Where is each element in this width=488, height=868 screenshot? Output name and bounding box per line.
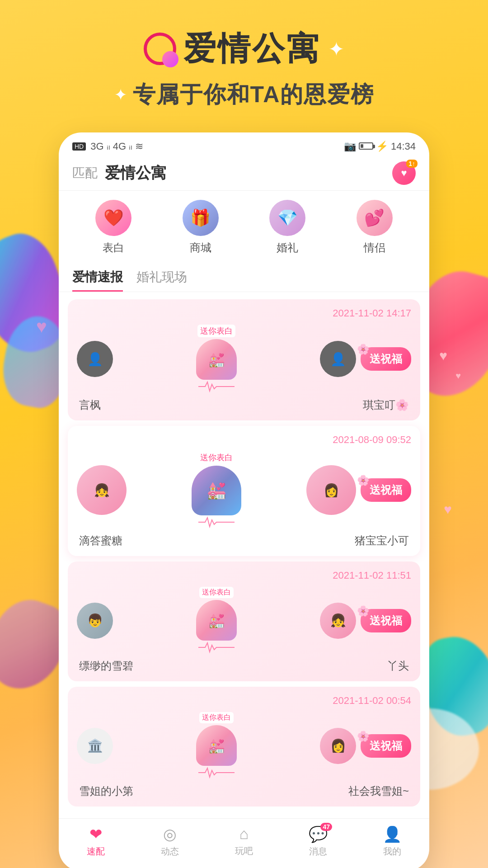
qinglv-label: 情侣 <box>364 241 385 255</box>
feed-card-3-content: 👦 送你表白 💒 👧 🌸 送祝福 <box>77 587 411 654</box>
feed-name-4-user1: 雪姐的小第 <box>79 784 133 798</box>
feed-card-4-content: 🏛️ 送你表白 💒 👩 🌸 送祝福 <box>77 712 411 779</box>
wedding-deco-2: 💒 <box>192 466 241 515</box>
nav-label-supi: 速配 <box>87 845 105 858</box>
feed-card-2-content: 👧 送你表白 💒 👩 🌸 送祝福 <box>77 451 411 529</box>
wedding-deco-1: 💒 <box>196 339 237 380</box>
sparkle-left: ✦ <box>114 85 127 104</box>
hunli-label: 婚礼 <box>277 241 298 255</box>
feed-avatar-4-user1: 🏛️ <box>77 728 113 764</box>
feed-card-3: 2021-11-02 11:51 👦 送你表白 💒 👧 🌸 送祝福 <box>68 561 420 681</box>
nav-icon-wode: 👤 <box>383 825 402 843</box>
feed-avatar-1-user1: 👤 <box>77 341 113 377</box>
send-blessing-btn-4[interactable]: 🌸 送祝福 <box>361 734 411 758</box>
deco-heart-2: ♥ <box>455 371 461 381</box>
biaobai-icon: ❤️ <box>95 200 131 236</box>
send-blessing-btn-2[interactable]: 🌸 送祝福 <box>361 478 411 502</box>
feed-center-3: 送你表白 💒 <box>117 587 315 654</box>
feed-center-2: 送你表白 💒 <box>131 451 302 529</box>
nav-label-wanba: 玩吧 <box>235 845 253 857</box>
nav-item-xiaoxi[interactable]: 💬 47 消息 <box>281 825 355 858</box>
feed-card-1-content: 👤 送你表白 💒 👤 🌸 送祝福 <box>77 325 411 393</box>
phone-mockup: HD 3G ᵢₗ 4G ᵢₗ ≋ 📷 ⚡ 14:34 匹配 爱情公寓 ♥ 1↑ … <box>59 132 429 868</box>
tab-wedding-scene[interactable]: 婚礼现场 <box>136 269 187 292</box>
feed-center-4: 送你表白 💒 <box>117 712 315 779</box>
feed-avatar-2-user1: 👧 <box>77 465 127 515</box>
app-title-row: 爱情公寓 ✦ <box>27 27 461 71</box>
qinglv-icon: 💕 <box>357 200 393 236</box>
bottom-nav: ❤ 速配 ◎ 动态 ⌂ 玩吧 💬 47 消息 👤 我的 <box>59 818 429 862</box>
nav-item-dongtai[interactable]: ◎ 动态 <box>133 825 207 858</box>
status-bar: HD 3G ᵢₗ 4G ᵢₗ ≋ 📷 ⚡ 14:34 <box>59 132 429 157</box>
feed-deco-label-3: 送你表白 <box>199 587 234 598</box>
send-blessing-btn-3[interactable]: 🌸 送祝福 <box>361 609 411 632</box>
feed-avatar-3-user1: 👦 <box>77 603 113 639</box>
feed-card-4-names: 雪姐的小第 社会我雪姐~ <box>77 784 411 798</box>
quick-action-hunli[interactable]: 💎 婚礼 <box>246 200 329 255</box>
nav-icon-dongtai: ◎ <box>163 825 177 843</box>
app-subtitle: 专属于你和TA的恩爱榜 <box>133 80 375 110</box>
pulse-line-3 <box>198 641 235 654</box>
heart-icon: ♥ <box>401 167 407 179</box>
feed-card-2-time: 2021-08-09 09:52 <box>77 434 411 446</box>
top-header: 爱情公寓 ✦ ✦ 专属于你和TA的恩爱榜 <box>0 0 488 119</box>
hunli-icon: 💎 <box>269 200 305 236</box>
feed-card-1-names: 言枫 琪宝叮🌸 <box>77 398 411 412</box>
feed-avatar-2-user2: 👩 <box>306 465 356 515</box>
feed-card-1: 2021-11-02 14:17 👤 送你表白 💒 👤 🌸 送祝福 <box>68 299 420 420</box>
feed-deco-label: 送你表白 <box>197 325 235 337</box>
nav-item-wanba[interactable]: ⌂ 玩吧 <box>207 825 281 858</box>
nav-icon-xiaoxi: 💬 47 <box>309 825 328 843</box>
btn-flower-3: 🌸 <box>357 605 369 617</box>
sparkle-top: ✦ <box>328 38 345 61</box>
quick-action-biaobai[interactable]: ❤️ 表白 <box>72 200 155 255</box>
feed-deco-label-2: 送你表白 <box>197 451 236 464</box>
nav-heart-icon[interactable]: ♥ 1↑ <box>392 161 416 185</box>
pulse-line-1 <box>198 380 235 393</box>
screenshot-icon: 📷 <box>344 141 356 152</box>
btn-flower-1: 🌸 <box>357 344 369 355</box>
section-tabs: 爱情速报 婚礼现场 <box>59 264 429 292</box>
wedding-deco-4: 💒 <box>196 725 237 766</box>
feed-card-1-time: 2021-11-02 14:17 <box>77 307 411 319</box>
feed-name-2-user1: 滴答蜜糖 <box>79 533 122 548</box>
feed-name-1-user2: 琪宝叮🌸 <box>363 398 409 412</box>
shangcheng-icon: 🎁 <box>183 200 219 236</box>
feed-card-3-names: 缥缈的雪碧 丫头 <box>77 659 411 673</box>
status-bar-right: 📷 ⚡ 14:34 <box>344 141 416 152</box>
hd-badge: HD <box>72 142 86 151</box>
nav-badge: 1↑ <box>406 160 418 168</box>
feed-deco-label-4: 送你表白 <box>199 712 234 723</box>
quick-action-shangcheng[interactable]: 🎁 商城 <box>160 200 242 255</box>
btn-flower-2: 🌸 <box>357 475 369 486</box>
deco-heart-1: ♥ <box>439 348 447 363</box>
send-blessing-btn-1[interactable]: 🌸 送祝福 <box>361 347 411 371</box>
pulse-line-4 <box>198 766 235 779</box>
feed-name-3-user1: 缥缈的雪碧 <box>79 659 133 673</box>
btn-flower-4: 🌸 <box>357 731 369 742</box>
feed-avatar-1-user2: 👤 <box>320 341 356 377</box>
feed-card-2-names: 滴答蜜糖 猪宝宝小可 <box>77 533 411 548</box>
deco-heart-3: ♥ <box>444 502 452 517</box>
feed-name-2-user2: 猪宝宝小可 <box>355 533 409 548</box>
quick-action-qinglv[interactable]: 💕 情侣 <box>333 200 416 255</box>
nav-item-wode[interactable]: 👤 我的 <box>355 825 429 858</box>
nav-label-xiaoxi: 消息 <box>309 845 327 858</box>
time-display: 14:34 <box>391 141 416 152</box>
charge-icon: ⚡ <box>376 141 388 152</box>
app-logo <box>144 33 176 65</box>
nav-item-supi[interactable]: ❤ 速配 <box>59 825 133 858</box>
nav-title: 爱情公寓 <box>105 163 392 184</box>
wedding-deco-3: 💒 <box>196 600 237 641</box>
tab-love-news[interactable]: 爱情速报 <box>72 269 123 292</box>
status-bar-left: HD 3G ᵢₗ 4G ᵢₗ ≋ <box>72 141 143 152</box>
app-title: 爱情公寓 <box>183 27 321 71</box>
quick-actions-row: ❤️ 表白 🎁 商城 💎 婚礼 💕 情侣 <box>59 191 429 264</box>
feed-card-4-time: 2021-11-02 00:54 <box>77 695 411 707</box>
subtitle-row: ✦ 专属于你和TA的恩爱榜 <box>27 80 461 110</box>
app-nav-bar: 匹配 爱情公寓 ♥ 1↑ <box>59 157 429 191</box>
nav-label-dongtai: 动态 <box>161 845 179 858</box>
signal-icons: 3G ᵢₗ 4G ᵢₗ ≋ <box>90 141 143 152</box>
feed-name-4-user2: 社会我雪姐~ <box>348 784 409 798</box>
nav-back-label[interactable]: 匹配 <box>72 165 98 182</box>
